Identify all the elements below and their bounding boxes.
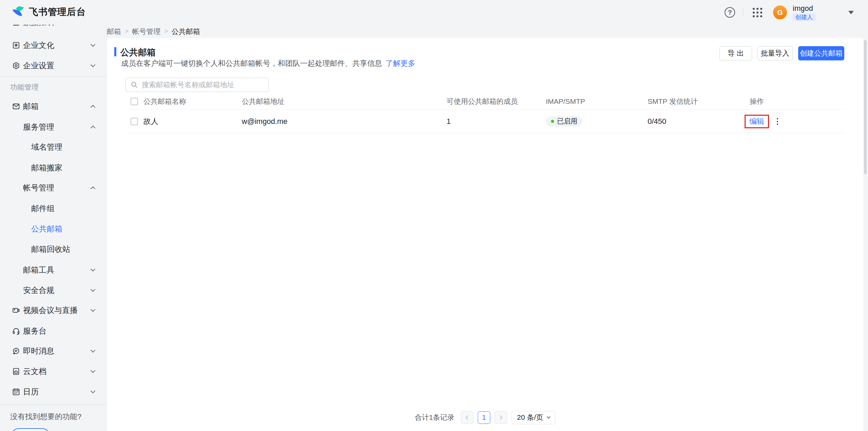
sidebar-item-domain-management[interactable]: 域名管理 [0, 137, 106, 157]
export-button[interactable]: 导 出 [719, 46, 752, 60]
sidebar-item-public-mailbox[interactable]: 公共邮箱 [0, 219, 106, 239]
sidebar-section-label: 功能管理 [10, 82, 39, 92]
chevron-down-icon [547, 415, 550, 418]
sidebar-item-calendar[interactable]: 日历 [0, 381, 106, 402]
mail-icon [12, 102, 20, 111]
sidebar-item-label: 域名管理 [31, 142, 62, 152]
chevron-down-icon[interactable] [848, 11, 854, 14]
sidebar-item-label: 邮箱搬家 [31, 163, 62, 173]
sidebar-item-label: 邮箱回收站 [31, 244, 70, 255]
app-logo[interactable]: 飞书管理后台 [12, 5, 86, 19]
column-header-imap-smtp: IMAP/SMTP [546, 97, 585, 106]
select-all-checkbox[interactable] [131, 98, 138, 105]
more-actions-icon[interactable] [772, 115, 783, 128]
column-header-actions: 操作 [750, 97, 764, 106]
bar-chart-icon [12, 25, 20, 26]
calendar-icon [12, 387, 20, 396]
cloud-doc-icon [12, 367, 20, 376]
chevron-left-icon [466, 415, 470, 420]
main-content: 公共邮箱 成员在客户端可一键切换个人和公共邮箱帐号，和团队一起处理邮件、共享信息… [107, 38, 863, 431]
sidebar-item-mail-groups[interactable]: 邮件组 [0, 198, 106, 219]
avatar-letter: G [777, 8, 783, 17]
sidebar-item-label: 视频会议与直播 [23, 305, 78, 316]
chevron-down-icon [91, 42, 95, 46]
column-header-name: 公共邮箱名称 [143, 97, 186, 106]
chevron-down-icon [91, 348, 95, 352]
row-checkbox[interactable] [131, 118, 138, 125]
create-public-mailbox-button[interactable]: 创建公共邮箱 [798, 46, 844, 60]
search-input[interactable] [142, 79, 269, 91]
search-icon [130, 81, 138, 89]
column-header-smtp-stats: SMTP 发信统计 [648, 97, 698, 106]
sidebar-item-label: 服务管理 [23, 122, 54, 132]
chevron-down-icon [91, 287, 95, 292]
mailbox-name: 故人 [143, 116, 158, 127]
table-row: 故人 w@imgod.me 1 已启用 0/450 编辑 [125, 110, 844, 133]
breadcrumb-item-mail[interactable]: 邮箱 [107, 27, 121, 36]
divider [0, 76, 106, 77]
user-menu[interactable]: imgod 创建人 [793, 4, 815, 21]
divider [743, 8, 743, 17]
scrollbar-thumb[interactable] [864, 40, 867, 174]
help-icon[interactable]: ? [725, 7, 735, 18]
sidebar-item-cloud-docs[interactable]: 云文档 [0, 361, 106, 381]
view-all-features-button[interactable]: 查看全部 [11, 428, 50, 431]
chevron-down-icon [91, 266, 95, 271]
sidebar-item-label: 服务台 [23, 326, 46, 336]
divider [0, 405, 106, 405]
page-size-select[interactable]: 20 条/页 [512, 411, 555, 424]
sidebar-item-helpdesk[interactable]: 服务台 [0, 321, 106, 341]
sidebar-item-label: 企业设置 [23, 60, 54, 71]
sidebar-item-video-meetings[interactable]: 视频会议与直播 [0, 300, 106, 320]
prev-page-button[interactable] [461, 411, 473, 424]
sidebar-item-label: 帐号管理 [23, 183, 54, 193]
chat-bubble-icon [12, 346, 20, 355]
sidebar-item-settings[interactable]: 企业设置 [0, 55, 106, 76]
column-header-address: 公共邮箱地址 [242, 97, 284, 106]
chevron-down-icon [91, 368, 95, 373]
column-header-members: 可使用公共邮箱的成员 [447, 97, 518, 106]
chevron-up-icon [91, 105, 95, 109]
sidebar-item-messenger[interactable]: 即时消息 [0, 341, 106, 361]
video-camera-icon [12, 306, 20, 315]
sidebar-item-mailbox-migration[interactable]: 邮箱搬家 [0, 157, 106, 178]
avatar[interactable]: G [773, 5, 787, 19]
sidebar-item-label: 公共邮箱 [31, 224, 62, 234]
chevron-down-icon [91, 307, 95, 312]
status-badge: 已启用 [546, 116, 583, 127]
chevron-down-icon [91, 62, 95, 67]
headset-icon [12, 326, 20, 335]
chevron-right-icon [498, 415, 502, 420]
sidebar-item-mail-tools[interactable]: 邮箱工具 [0, 260, 106, 280]
next-page-button[interactable] [495, 411, 507, 424]
total-records-label: 合计1条记录 [415, 413, 454, 422]
bulk-import-button[interactable]: 批量导入 [757, 46, 793, 60]
user-role-badge: 创建人 [793, 14, 815, 21]
title-accent-bar [114, 47, 116, 56]
sidebar-item-account-management[interactable]: 帐号管理 [0, 177, 106, 198]
sidebar-item-mailbox-recycle-bin[interactable]: 邮箱回收站 [0, 239, 106, 259]
sidebar-item-label: 安全合规 [23, 285, 54, 296]
learn-more-link[interactable]: 了解更多 [386, 59, 415, 68]
user-name: imgod [793, 4, 815, 13]
status-text: 已启用 [557, 117, 577, 126]
chevron-down-icon [91, 388, 95, 393]
sidebar-item-culture[interactable]: 企业文化 [0, 35, 106, 55]
sidebar-item-mail[interactable]: 邮箱 [0, 96, 106, 116]
edit-link[interactable]: 编辑 [749, 116, 764, 127]
status-dot-icon [551, 120, 554, 123]
page-description-text: 成员在客户端可一键切换个人和公共邮箱帐号，和团队一起处理邮件、共享信息 [121, 59, 382, 68]
page-description: 成员在客户端可一键切换个人和公共邮箱帐号，和团队一起处理邮件、共享信息了解更多 [121, 58, 415, 69]
apps-grid-icon[interactable] [751, 6, 764, 19]
sidebar-item-service-management[interactable]: 服务管理 [0, 117, 106, 137]
sidebar-item-security-compliance[interactable]: 安全合规 [0, 280, 106, 300]
current-page-button[interactable]: 1 [478, 411, 490, 424]
app-title: 飞书管理后台 [29, 6, 86, 18]
mailbox-address: w@imgod.me [242, 117, 288, 126]
breadcrumb-item-account-management[interactable]: 帐号管理 [132, 27, 161, 36]
sidebar-item-data-reports[interactable]: 数据报表 [0, 25, 106, 32]
culture-icon [12, 41, 20, 50]
chevron-up-icon [91, 186, 95, 191]
sidebar-footer-text: 没有找到想要的功能? [10, 412, 81, 422]
sidebar: 数据报表 企业文化 企业设置 功能管理 邮箱 服务管理 域名管理 邮箱搬家 帐号… [0, 25, 106, 431]
